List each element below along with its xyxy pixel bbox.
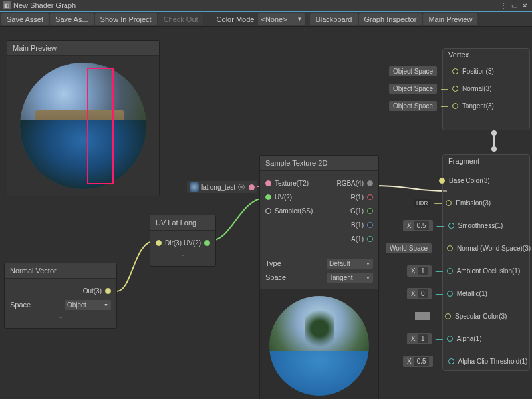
normal-label: Normal(3)	[462, 85, 491, 92]
base-color-port[interactable]	[439, 178, 445, 184]
position-port[interactable]	[452, 68, 458, 74]
position-label: Position(3)	[462, 68, 494, 75]
rgba-out-port[interactable]: RGBA(4)	[336, 180, 373, 187]
color-mode-dropdown[interactable]: <None> ▼	[258, 13, 305, 25]
metallic-field[interactable]: X0	[407, 288, 432, 299]
port-label: RGBA(4)	[336, 180, 364, 187]
graph-inspector-button[interactable]: Graph Inspector	[359, 13, 422, 25]
port-label: Texture(T2)	[275, 180, 309, 187]
space-label: Space	[10, 301, 31, 309]
uv-in-port[interactable]: UV(2)	[265, 194, 292, 201]
smoothness-port[interactable]	[448, 223, 454, 229]
save-asset-button[interactable]: Save Asset	[1, 13, 49, 25]
window-title: New Shader Graph	[13, 1, 76, 9]
graph-canvas[interactable]: Main Preview Normal Vector Out(3) Space …	[0, 27, 532, 399]
emission-port[interactable]	[446, 200, 452, 206]
collapse-chevron-icon[interactable]: ﹀	[10, 313, 111, 324]
dir-in-port[interactable]: Dir(3)	[156, 239, 182, 247]
space-dropdown[interactable]: Tangent▼	[327, 273, 373, 283]
normal-ws-port[interactable]	[447, 245, 453, 251]
alpha-clip-field[interactable]: X0.5	[403, 356, 433, 367]
space-dropdown[interactable]: Object ▼	[65, 300, 111, 310]
stage-connector	[493, 133, 495, 149]
a-out-port[interactable]: A(1)	[351, 235, 373, 243]
tangent-space-chip[interactable]: Object Space	[389, 101, 437, 111]
sample-texture-2d-node[interactable]: Sample Texture 2D Texture(T2) RGBA(4) UV…	[259, 155, 379, 399]
highlight-rect	[87, 68, 114, 184]
color-mode-label: Color Mode	[210, 15, 259, 23]
main-preview-panel[interactable]: Main Preview	[7, 40, 160, 196]
port-label: Out(3)	[83, 287, 102, 295]
hdr-badge: HDR	[414, 200, 430, 207]
tangent-label: Tangent(3)	[462, 102, 494, 110]
save-as-button[interactable]: Save As...	[50, 13, 94, 25]
base-color-label: Base Color(3)	[449, 177, 490, 184]
specular-port[interactable]	[445, 313, 451, 319]
blackboard-button[interactable]: Blackboard	[310, 13, 357, 25]
chevron-down-icon: ▼	[104, 303, 108, 307]
fragment-title: Fragment	[448, 157, 479, 165]
specular-label: Specular Color(3)	[455, 313, 507, 320]
alpha-field[interactable]: X1	[407, 333, 432, 344]
uv-lat-long-title: UV Lat Long	[150, 215, 215, 231]
normal-space-chip[interactable]: Object Space	[389, 84, 437, 94]
texture-thumb-icon	[190, 182, 199, 192]
show-in-project-button[interactable]: Show In Project	[95, 13, 157, 25]
ao-label: Ambient Occlusion(1)	[457, 267, 521, 275]
space-value: Tangent	[329, 274, 353, 281]
uv-lat-long-node[interactable]: UV Lat Long Dir(3) UV(2) ﹀	[150, 215, 216, 267]
specular-swatch[interactable]	[415, 312, 430, 320]
main-preview-button[interactable]: Main Preview	[423, 13, 477, 25]
collapse-chevron-icon[interactable]: ﹀	[156, 251, 210, 262]
normal-vector-out-port[interactable]: Out(3)	[83, 287, 111, 295]
normal-ws-label: Normal (World Space)(3)	[457, 245, 531, 252]
space-value: Object	[67, 301, 86, 309]
type-dropdown[interactable]: Default▼	[327, 259, 373, 269]
toolbar: Save Asset Save As... Show In Project Ch…	[0, 12, 532, 27]
metallic-label: Metallic(1)	[457, 290, 487, 297]
port-label: B(1)	[351, 221, 364, 229]
emission-label: Emission(3)	[456, 200, 491, 207]
alpha-clip-port[interactable]	[448, 358, 454, 364]
normal-ws-chip[interactable]: World Space	[386, 243, 432, 253]
vertex-ports: Object Space — Position(3) Object Space …	[389, 60, 494, 117]
fragment-ports: Base Color(3) HDR — Emission(3) X0.5 — S…	[386, 169, 531, 372]
port-label: UV(2)	[184, 239, 201, 247]
kebab-icon[interactable]: ⋮	[499, 1, 508, 10]
sampler-in-port[interactable]: Sampler(SS)	[265, 207, 313, 215]
type-value: Default	[329, 260, 350, 267]
minimize-button[interactable]: ▭	[509, 1, 519, 10]
type-label: Type	[265, 259, 281, 267]
normal-port[interactable]	[452, 86, 458, 92]
chevron-down-icon: ▼	[366, 275, 370, 280]
main-preview-sphere	[20, 63, 146, 189]
color-mode-value: <None>	[261, 15, 287, 23]
normal-vector-node[interactable]: Normal Vector Out(3) Space Object ▼ ﹀	[4, 263, 117, 329]
port-label: Sampler(SS)	[275, 207, 313, 215]
smoothness-field[interactable]: X0.5	[403, 220, 433, 231]
alpha-port[interactable]	[447, 336, 453, 342]
texture-in-port[interactable]: Texture(T2)	[265, 180, 309, 187]
port-label: G(1)	[350, 207, 364, 215]
position-space-chip[interactable]: Object Space	[389, 66, 437, 76]
ao-port[interactable]	[447, 268, 453, 274]
close-button[interactable]: ✕	[520, 1, 529, 10]
port-label: A(1)	[351, 235, 364, 243]
sample-texture-title: Sample Texture 2D	[260, 156, 378, 171]
ao-field[interactable]: X1	[407, 265, 432, 277]
g-out-port[interactable]: G(1)	[350, 207, 373, 215]
normal-vector-title: Normal Vector	[5, 263, 116, 279]
r-out-port[interactable]: R(1)	[351, 194, 373, 201]
vertex-title: Vertex	[448, 51, 469, 59]
titlebar: ◧ New Shader Graph ⋮ ▭ ✕	[0, 0, 532, 12]
object-picker-icon[interactable]	[238, 184, 245, 190]
window-icon: ◧	[3, 1, 11, 9]
chevron-down-icon: ▼	[366, 261, 370, 266]
texture-asset-chip[interactable]: latlong_test	[187, 181, 257, 193]
uv-out-port[interactable]: UV(2)	[184, 239, 210, 247]
b-out-port[interactable]: B(1)	[351, 221, 373, 229]
texture-out-port[interactable]	[249, 184, 255, 190]
tangent-port[interactable]	[452, 103, 458, 109]
texture-asset-name: latlong_test	[201, 184, 235, 191]
metallic-port[interactable]	[447, 291, 453, 297]
